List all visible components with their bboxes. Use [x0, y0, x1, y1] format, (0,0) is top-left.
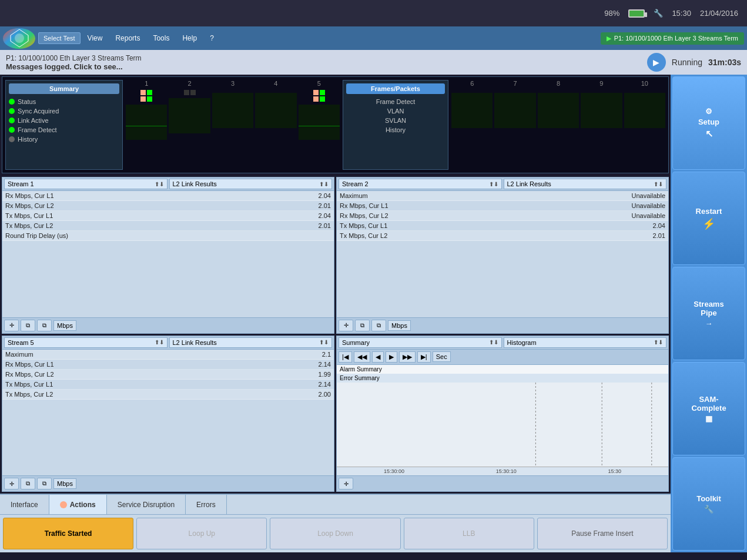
- stream5-paste-btn[interactable]: ⧉: [37, 478, 52, 489]
- histogram-stream-selector[interactable]: Summary ⬆⬇: [339, 337, 502, 348]
- row-label: Rx Mbps, Cur L2: [5, 202, 54, 209]
- select-test-button[interactable]: Select Test: [38, 32, 81, 44]
- vlan-item[interactable]: VLAN: [346, 106, 445, 116]
- table-row: Rx Mbps, Cur L1 2.14: [2, 360, 334, 370]
- svlan-item[interactable]: SVLAN: [346, 116, 445, 125]
- port-col-2: 2: [169, 80, 210, 170]
- stream2-expand-btn[interactable]: ✛: [339, 320, 353, 331]
- row-value: Unavailable: [632, 212, 665, 219]
- stream1-unit-select[interactable]: Mbps: [53, 320, 76, 331]
- hist-last-btn[interactable]: ▶|: [417, 351, 431, 363]
- llb-btn[interactable]: LLB: [404, 518, 534, 549]
- stream2-selector[interactable]: Stream 2 ⬆⬇: [339, 179, 502, 189]
- histogram-expand-btn[interactable]: ✛: [339, 478, 353, 489]
- summary-tab[interactable]: Summary: [9, 83, 119, 94]
- stream1-result-selector[interactable]: L2 Link Results ⬆⬇: [169, 179, 333, 189]
- hist-first-btn[interactable]: |◀: [339, 351, 352, 363]
- toolkit-btn[interactable]: Toolkit 🔧: [672, 457, 745, 551]
- stream5-result-selector[interactable]: L2 Link Results ⬆⬇: [169, 337, 333, 348]
- frames-tab[interactable]: Frames/Packets: [346, 83, 445, 94]
- port-columns: 1 2: [126, 80, 340, 170]
- stream2-copy-btn[interactable]: ⧉: [355, 320, 370, 331]
- tab-interface[interactable]: Interface: [0, 495, 49, 514]
- row-value: 2.04: [319, 212, 331, 219]
- sam-complete-label: SAM- Complete: [691, 395, 726, 413]
- hist-play-btn[interactable]: ▶: [386, 351, 397, 363]
- table-row: Round Trip Delay (us): [2, 231, 334, 241]
- histogram-footer: ✛: [337, 475, 668, 491]
- actions-indicator: [60, 501, 67, 508]
- row-value: 2.01: [319, 222, 331, 229]
- stream5-expand-btn[interactable]: ✛: [4, 478, 19, 489]
- traffic-started-btn[interactable]: Traffic Started: [3, 518, 133, 549]
- menu-tools[interactable]: Tools: [147, 31, 175, 45]
- menu-view[interactable]: View: [82, 31, 109, 45]
- history-item[interactable]: History: [346, 125, 445, 135]
- port-graph-3: [212, 93, 253, 128]
- loop-up-btn[interactable]: Loop Up: [136, 518, 267, 549]
- bottom-tabs: Interface Actions Service Disruption Err…: [0, 494, 671, 514]
- top-status-bar: 98% 🔧 15:30 21/04/2016: [0, 0, 747, 26]
- port-num-8: 8: [557, 80, 560, 87]
- tab-service-disruption[interactable]: Service Disruption: [107, 495, 186, 514]
- stream1-copy-btn[interactable]: ⧉: [21, 320, 35, 331]
- port-graph-5: [299, 105, 340, 140]
- hist-prev-fast-btn[interactable]: ◀◀: [354, 351, 370, 363]
- stream1-selector[interactable]: Stream 1 ⬆⬇: [4, 179, 168, 189]
- stream5-selector[interactable]: Stream 5 ⬆⬇: [4, 337, 168, 348]
- stream2-result-selector[interactable]: L2 Link Results ⬆⬇: [504, 179, 667, 189]
- table-row: Rx Mbps, Cur L1 2.04: [2, 191, 334, 201]
- stream1-paste-btn[interactable]: ⧉: [37, 320, 52, 331]
- restart-btn[interactable]: Restart ⚡: [672, 172, 745, 265]
- current-time: 15:30: [672, 9, 691, 18]
- grid-icon: ▦: [705, 414, 712, 423]
- frame-detect-item[interactable]: Frame Detect: [346, 97, 445, 106]
- table-row: Rx Mbps, Cur L1 Unavailable: [337, 201, 668, 211]
- histogram-type-selector[interactable]: Histogram ⬆⬇: [504, 337, 667, 348]
- tab-service-disruption-label: Service Disruption: [118, 501, 175, 509]
- stream5-copy-btn[interactable]: ⧉: [21, 478, 35, 489]
- menu-reports[interactable]: Reports: [109, 31, 146, 45]
- streams-pipe-btn[interactable]: Streams Pipe →: [672, 267, 745, 360]
- port-col-1: 1: [126, 80, 167, 170]
- timeline-label-3: 15:30: [608, 468, 622, 474]
- menu-question[interactable]: ?: [204, 31, 220, 45]
- port-col-9: 9: [581, 80, 622, 170]
- stream2-unit-select[interactable]: Mbps: [388, 320, 411, 331]
- histogram-controls: |◀ ◀◀ ◀ ▶ ▶▶ ▶| Sec: [337, 350, 668, 365]
- hist-prev-btn[interactable]: ◀: [372, 351, 384, 363]
- menu-help[interactable]: Help: [176, 31, 203, 45]
- loop-down-btn[interactable]: Loop Down: [270, 518, 400, 549]
- tab-errors[interactable]: Errors: [186, 495, 227, 514]
- port-num-9: 9: [599, 80, 603, 87]
- hist-next-fast-btn[interactable]: ▶▶: [399, 351, 416, 363]
- stream1-expand-btn[interactable]: ✛: [4, 320, 19, 331]
- stream2-footer: ✛ ⧉ ⧉ Mbps: [337, 317, 668, 333]
- logo-button[interactable]: [3, 28, 35, 49]
- tab-actions[interactable]: Actions: [49, 495, 107, 514]
- row-label: Tx Mbps, Cur L1: [340, 222, 387, 229]
- play-button[interactable]: ▶: [647, 53, 666, 72]
- stream5-unit-select[interactable]: Mbps: [53, 478, 76, 489]
- setup-btn[interactable]: ⚙ Setup ↖: [672, 76, 745, 170]
- hist-unit-select[interactable]: Sec: [433, 351, 451, 362]
- row-label: Tx Mbps, Cur L1: [5, 381, 53, 388]
- histogram-stream-arrows: ⬆⬇: [489, 339, 498, 346]
- table-row: Tx Mbps, Cur L1 2.04: [2, 211, 334, 221]
- sam-complete-btn[interactable]: SAM- Complete ▦: [672, 362, 745, 455]
- setup-label: Setup: [698, 118, 719, 126]
- chart-body: [337, 383, 668, 467]
- row-value: 2.04: [653, 222, 665, 229]
- stream1-panel: Stream 1 ⬆⬇ L2 Link Results ⬆⬇ Rx Mbps, …: [2, 177, 334, 334]
- message-log[interactable]: Messages logged. Click to see...: [6, 62, 142, 71]
- svg-point-0: [15, 33, 24, 43]
- port-graph-6: [451, 93, 493, 128]
- pause-frame-btn[interactable]: Pause Frame Insert: [537, 518, 668, 549]
- row-value: Unavailable: [632, 192, 665, 199]
- stream5-panel: Stream 5 ⬆⬇ L2 Link Results ⬆⬇ Maximum 2…: [2, 336, 334, 492]
- center-content: Summary Status Sync Acquired Link Active…: [0, 75, 671, 552]
- stream2-paste-btn[interactable]: ⧉: [371, 320, 386, 331]
- stream1-result-label: L2 Link Results: [173, 180, 217, 187]
- port-col-3: 3: [212, 80, 253, 170]
- histogram-type-arrows: ⬆⬇: [654, 339, 663, 346]
